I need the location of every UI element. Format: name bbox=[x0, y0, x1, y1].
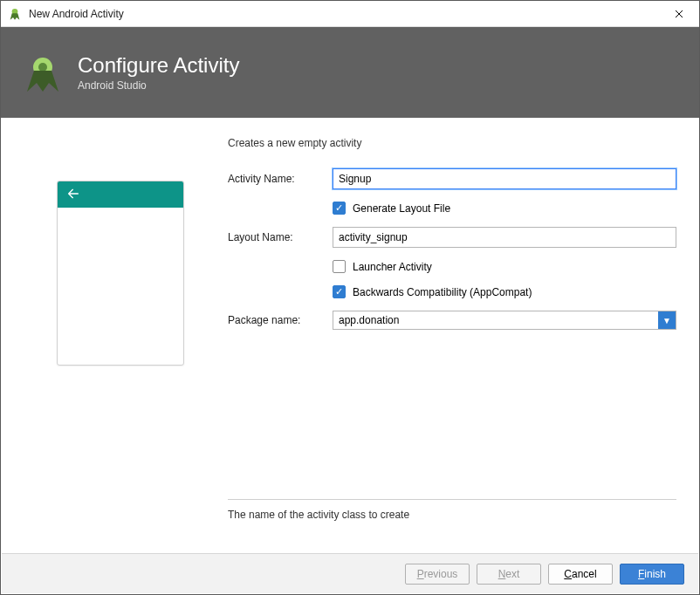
backwards-row: ✓ Backwards Compatibility (AppCompat) bbox=[228, 285, 676, 298]
dropdown-button[interactable]: ▼ bbox=[658, 311, 676, 329]
activity-name-label: Activity Name: bbox=[228, 173, 333, 185]
form-column: Creates a new empty activity Activity Na… bbox=[228, 137, 682, 528]
check-icon: ✓ bbox=[335, 287, 343, 297]
package-name-value: app.donation bbox=[333, 311, 658, 329]
banner-subtitle: Android Studio bbox=[78, 79, 239, 92]
backwards-label: Backwards Compatibility (AppCompat) bbox=[353, 286, 532, 298]
close-button[interactable] bbox=[664, 3, 694, 24]
divider bbox=[228, 499, 676, 500]
chevron-down-icon: ▼ bbox=[662, 316, 671, 325]
finish-button[interactable]: Finish bbox=[620, 564, 684, 585]
check-icon: ✓ bbox=[335, 203, 343, 213]
titlebar: New Android Activity bbox=[1, 1, 699, 27]
activity-name-input[interactable] bbox=[333, 168, 676, 189]
launcher-label: Launcher Activity bbox=[353, 261, 432, 273]
android-studio-logo-icon bbox=[22, 51, 64, 93]
generate-layout-label: Generate Layout File bbox=[353, 202, 450, 215]
package-name-label: Package name: bbox=[228, 314, 333, 326]
generate-layout-row: ✓ Generate Layout File bbox=[228, 202, 676, 215]
help-text: The name of the activity class to create bbox=[228, 509, 676, 528]
banner-title: Configure Activity bbox=[78, 53, 239, 79]
phone-topbar bbox=[58, 181, 183, 208]
form-description: Creates a new empty activity bbox=[228, 137, 676, 149]
window-title: New Android Activity bbox=[29, 8, 124, 20]
activity-name-row: Activity Name: bbox=[228, 168, 676, 189]
phone-preview bbox=[57, 181, 184, 366]
cancel-button[interactable]: Cancel bbox=[548, 564, 613, 585]
content-area: Creates a new empty activity Activity Na… bbox=[1, 118, 699, 528]
launcher-row: Launcher Activity bbox=[228, 260, 676, 273]
previous-button: Previous bbox=[405, 564, 470, 585]
generate-layout-checkbox[interactable]: ✓ bbox=[333, 202, 346, 215]
backwards-checkbox[interactable]: ✓ bbox=[333, 285, 346, 298]
layout-name-label: Layout Name: bbox=[228, 231, 333, 243]
svg-point-4 bbox=[38, 63, 47, 72]
android-studio-icon bbox=[8, 7, 22, 21]
back-arrow-icon bbox=[66, 187, 80, 203]
launcher-checkbox[interactable] bbox=[333, 260, 346, 273]
package-name-dropdown[interactable]: app.donation ▼ bbox=[333, 311, 676, 330]
layout-name-row: Layout Name: bbox=[228, 227, 676, 248]
preview-column bbox=[18, 137, 228, 528]
layout-name-input[interactable] bbox=[333, 227, 676, 248]
package-name-row: Package name: app.donation ▼ bbox=[228, 311, 676, 330]
footer: Previous Next Cancel Finish bbox=[2, 553, 698, 593]
next-button: Next bbox=[477, 564, 541, 585]
close-icon bbox=[675, 10, 683, 18]
banner: Configure Activity Android Studio bbox=[1, 27, 699, 118]
